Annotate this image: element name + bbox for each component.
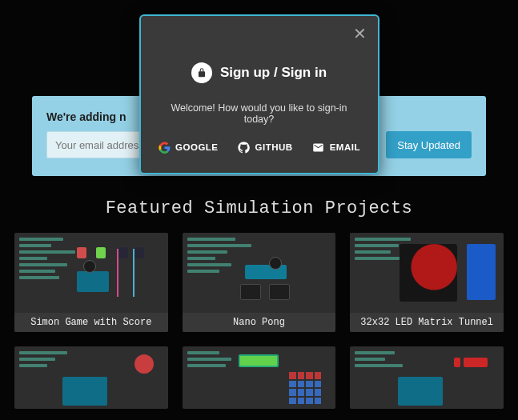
modal-header: Sign up / Sign in	[157, 62, 362, 83]
auth-options-row: GOOGLE GITHUB EMAIL	[157, 141, 362, 154]
email-icon	[312, 141, 325, 154]
github-label: GITHUB	[255, 142, 293, 152]
google-icon	[158, 141, 171, 154]
close-button[interactable]: ✕	[353, 26, 367, 42]
google-label: GOOGLE	[175, 142, 218, 152]
signin-modal: ✕ Sign up / Sign in Welcome! How would y…	[139, 14, 379, 174]
github-signin-button[interactable]: GITHUB	[238, 141, 293, 154]
email-label: EMAIL	[330, 142, 360, 152]
lock-icon	[191, 62, 212, 83]
modal-title: Sign up / Sign in	[220, 65, 327, 81]
modal-welcome-text: Welcome! How would you like to sign-in t…	[157, 102, 362, 125]
email-signin-button[interactable]: EMAIL	[312, 141, 360, 154]
google-signin-button[interactable]: GOOGLE	[158, 141, 218, 154]
github-icon	[238, 141, 251, 154]
modal-overlay[interactable]: ✕ Sign up / Sign in Welcome! How would y…	[0, 0, 518, 420]
close-icon: ✕	[353, 25, 367, 42]
